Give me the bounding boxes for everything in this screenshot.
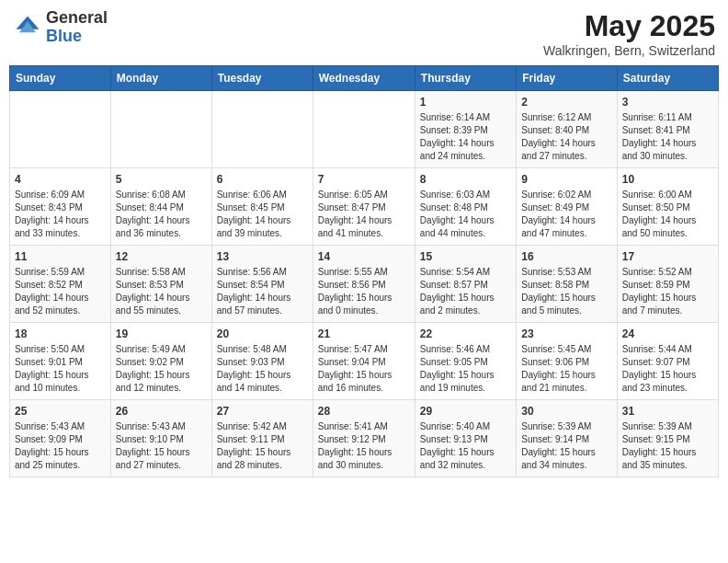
day-cell: [211, 91, 313, 168]
day-number: 6: [217, 173, 308, 186]
header-row: SundayMondayTuesdayWednesdayThursdayFrid…: [10, 66, 719, 91]
week-row: 11Sunrise: 5:59 AM Sunset: 8:52 PM Dayli…: [10, 246, 719, 323]
day-info: Sunrise: 5:42 AM Sunset: 9:11 PM Dayligh…: [217, 420, 308, 472]
day-cell: 30Sunrise: 5:39 AM Sunset: 9:14 PM Dayli…: [517, 400, 617, 477]
day-info: Sunrise: 5:54 AM Sunset: 8:57 PM Dayligh…: [420, 266, 511, 317]
day-cell: 21Sunrise: 5:47 AM Sunset: 9:04 PM Dayli…: [313, 323, 415, 400]
day-info: Sunrise: 5:56 AM Sunset: 8:54 PM Dayligh…: [217, 266, 308, 317]
day-info: Sunrise: 5:50 AM Sunset: 9:01 PM Dayligh…: [15, 343, 106, 395]
day-number: 27: [217, 405, 308, 418]
day-cell: 24Sunrise: 5:44 AM Sunset: 9:07 PM Dayli…: [617, 323, 718, 400]
logo-blue-text: Blue: [46, 27, 82, 45]
day-number: 12: [116, 250, 207, 263]
day-cell: 2Sunrise: 6:12 AM Sunset: 8:40 PM Daylig…: [517, 91, 617, 168]
day-cell: 26Sunrise: 5:43 AM Sunset: 9:10 PM Dayli…: [110, 400, 211, 477]
header-cell-saturday: Saturday: [617, 66, 718, 91]
day-cell: 7Sunrise: 6:05 AM Sunset: 8:47 PM Daylig…: [313, 168, 415, 246]
day-info: Sunrise: 5:46 AM Sunset: 9:05 PM Dayligh…: [420, 343, 511, 395]
day-number: 21: [318, 327, 410, 340]
logo-icon: [13, 13, 42, 42]
day-cell: 10Sunrise: 6:00 AM Sunset: 8:50 PM Dayli…: [617, 168, 718, 246]
day-cell: 15Sunrise: 5:54 AM Sunset: 8:57 PM Dayli…: [415, 246, 516, 323]
day-cell: 23Sunrise: 5:45 AM Sunset: 9:06 PM Dayli…: [517, 323, 617, 400]
header-cell-tuesday: Tuesday: [211, 66, 313, 91]
day-cell: 27Sunrise: 5:42 AM Sunset: 9:11 PM Dayli…: [211, 400, 313, 477]
day-cell: [110, 91, 211, 168]
day-info: Sunrise: 5:47 AM Sunset: 9:04 PM Dayligh…: [318, 343, 410, 395]
day-number: 11: [15, 250, 106, 263]
day-info: Sunrise: 5:43 AM Sunset: 9:10 PM Dayligh…: [116, 420, 207, 472]
day-info: Sunrise: 5:40 AM Sunset: 9:13 PM Dayligh…: [420, 420, 511, 472]
day-cell: 1Sunrise: 6:14 AM Sunset: 8:39 PM Daylig…: [415, 91, 516, 168]
day-number: 18: [15, 327, 106, 340]
day-info: Sunrise: 5:59 AM Sunset: 8:52 PM Dayligh…: [15, 266, 106, 317]
day-cell: 31Sunrise: 5:39 AM Sunset: 9:15 PM Dayli…: [617, 400, 718, 477]
day-number: 29: [420, 405, 511, 418]
day-cell: 25Sunrise: 5:43 AM Sunset: 9:09 PM Dayli…: [10, 400, 111, 477]
day-info: Sunrise: 5:45 AM Sunset: 9:06 PM Dayligh…: [521, 343, 611, 395]
day-cell: 8Sunrise: 6:03 AM Sunset: 8:48 PM Daylig…: [415, 168, 516, 246]
day-info: Sunrise: 5:39 AM Sunset: 9:15 PM Dayligh…: [622, 420, 713, 472]
week-row: 1Sunrise: 6:14 AM Sunset: 8:39 PM Daylig…: [10, 91, 719, 168]
day-cell: [10, 91, 111, 168]
day-number: 8: [420, 173, 511, 186]
week-row: 18Sunrise: 5:50 AM Sunset: 9:01 PM Dayli…: [10, 323, 719, 400]
day-cell: 28Sunrise: 5:41 AM Sunset: 9:12 PM Dayli…: [313, 400, 415, 477]
header-cell-friday: Friday: [517, 66, 617, 91]
day-cell: 29Sunrise: 5:40 AM Sunset: 9:13 PM Dayli…: [415, 400, 516, 477]
calendar-header: SundayMondayTuesdayWednesdayThursdayFrid…: [10, 66, 719, 91]
week-row: 25Sunrise: 5:43 AM Sunset: 9:09 PM Dayli…: [10, 400, 719, 477]
day-info: Sunrise: 5:39 AM Sunset: 9:14 PM Dayligh…: [521, 420, 611, 472]
header-cell-thursday: Thursday: [415, 66, 516, 91]
day-number: 15: [420, 250, 511, 263]
calendar-body: 1Sunrise: 6:14 AM Sunset: 8:39 PM Daylig…: [10, 91, 719, 477]
week-row: 4Sunrise: 6:09 AM Sunset: 8:43 PM Daylig…: [10, 168, 719, 246]
day-cell: 13Sunrise: 5:56 AM Sunset: 8:54 PM Dayli…: [211, 246, 313, 323]
day-number: 2: [521, 96, 611, 109]
day-cell: 22Sunrise: 5:46 AM Sunset: 9:05 PM Dayli…: [415, 323, 516, 400]
calendar-table: SundayMondayTuesdayWednesdayThursdayFrid…: [9, 65, 719, 477]
day-number: 31: [622, 405, 713, 418]
day-info: Sunrise: 5:58 AM Sunset: 8:53 PM Dayligh…: [116, 266, 207, 317]
day-number: 20: [217, 327, 308, 340]
logo-text: General Blue: [46, 9, 108, 46]
day-info: Sunrise: 6:08 AM Sunset: 8:44 PM Dayligh…: [116, 189, 207, 240]
day-info: Sunrise: 6:14 AM Sunset: 8:39 PM Dayligh…: [420, 111, 511, 163]
day-number: 23: [521, 327, 611, 340]
day-cell: [313, 91, 415, 168]
day-number: 4: [15, 173, 106, 186]
day-number: 1: [420, 96, 511, 109]
day-cell: 12Sunrise: 5:58 AM Sunset: 8:53 PM Dayli…: [110, 246, 211, 323]
day-number: 5: [116, 173, 207, 186]
day-info: Sunrise: 5:49 AM Sunset: 9:02 PM Dayligh…: [116, 343, 207, 395]
day-cell: 9Sunrise: 6:02 AM Sunset: 8:49 PM Daylig…: [517, 168, 617, 246]
day-cell: 18Sunrise: 5:50 AM Sunset: 9:01 PM Dayli…: [10, 323, 111, 400]
day-info: Sunrise: 6:06 AM Sunset: 8:45 PM Dayligh…: [217, 189, 308, 240]
day-cell: 14Sunrise: 5:55 AM Sunset: 8:56 PM Dayli…: [313, 246, 415, 323]
day-cell: 20Sunrise: 5:48 AM Sunset: 9:03 PM Dayli…: [211, 323, 313, 400]
day-info: Sunrise: 6:00 AM Sunset: 8:50 PM Dayligh…: [622, 189, 713, 240]
day-number: 25: [15, 405, 106, 418]
month-title: May 2025: [543, 9, 715, 43]
day-number: 16: [521, 250, 611, 263]
day-cell: 17Sunrise: 5:52 AM Sunset: 8:59 PM Dayli…: [617, 246, 718, 323]
day-number: 28: [318, 405, 410, 418]
day-number: 13: [217, 250, 308, 263]
day-number: 30: [521, 405, 611, 418]
day-cell: 19Sunrise: 5:49 AM Sunset: 9:02 PM Dayli…: [110, 323, 211, 400]
day-info: Sunrise: 6:02 AM Sunset: 8:49 PM Dayligh…: [521, 189, 611, 240]
day-info: Sunrise: 5:55 AM Sunset: 8:56 PM Dayligh…: [318, 266, 410, 317]
day-number: 14: [318, 250, 410, 263]
day-info: Sunrise: 5:41 AM Sunset: 9:12 PM Dayligh…: [318, 420, 410, 472]
day-info: Sunrise: 5:44 AM Sunset: 9:07 PM Dayligh…: [622, 343, 713, 395]
day-number: 22: [420, 327, 511, 340]
header-cell-sunday: Sunday: [10, 66, 111, 91]
day-info: Sunrise: 6:03 AM Sunset: 8:48 PM Dayligh…: [420, 189, 511, 240]
day-info: Sunrise: 6:09 AM Sunset: 8:43 PM Dayligh…: [15, 189, 106, 240]
day-cell: 5Sunrise: 6:08 AM Sunset: 8:44 PM Daylig…: [110, 168, 211, 246]
day-cell: 16Sunrise: 5:53 AM Sunset: 8:58 PM Dayli…: [517, 246, 617, 323]
day-info: Sunrise: 5:48 AM Sunset: 9:03 PM Dayligh…: [217, 343, 308, 395]
header-cell-wednesday: Wednesday: [313, 66, 415, 91]
day-number: 24: [622, 327, 713, 340]
day-info: Sunrise: 6:05 AM Sunset: 8:47 PM Dayligh…: [318, 189, 410, 240]
